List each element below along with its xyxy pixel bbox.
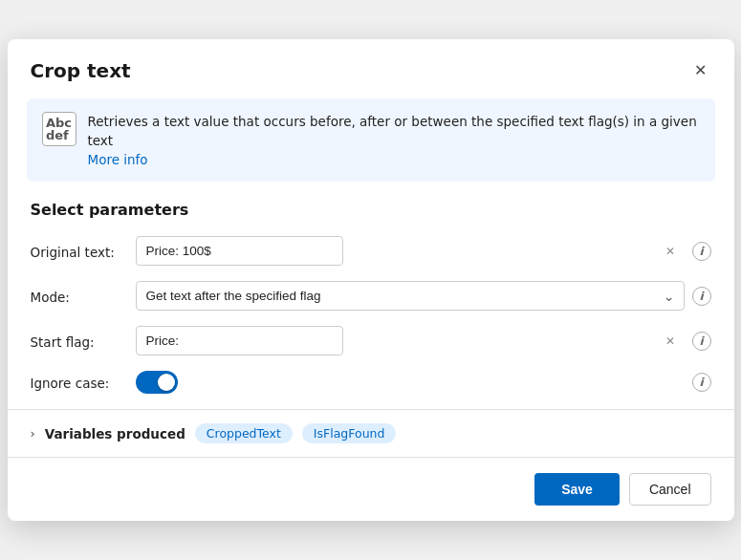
ignore-case-info[interactable]: i — [692, 373, 711, 392]
cancel-button[interactable]: Cancel — [629, 473, 711, 506]
variables-chevron[interactable]: › — [31, 426, 35, 441]
start-flag-label: Start flag: — [31, 333, 136, 350]
original-text-wrapper: ✕ — [136, 236, 685, 266]
tag-cropped-text: CroppedText — [195, 423, 293, 443]
action-icon: Abcdef — [42, 112, 76, 146]
start-flag-row: Start flag: ✕ i — [31, 326, 711, 355]
save-button[interactable]: Save — [534, 473, 620, 506]
dialog-footer: Save Cancel — [8, 458, 734, 521]
params-title: Select parameters — [31, 201, 711, 219]
variables-row: › Variables produced CroppedText IsFlagF… — [8, 410, 734, 457]
ignore-case-label: Ignore case: — [31, 374, 136, 391]
original-text-info[interactable]: i — [692, 242, 711, 261]
tag-is-flag-found: IsFlagFound — [302, 423, 397, 443]
mode-row: Mode: Get text after the specified flag … — [31, 281, 711, 311]
crop-text-dialog: Crop text ✕ Abcdef Retrieves a text valu… — [8, 39, 734, 522]
start-flag-clear[interactable]: ✕ — [664, 334, 677, 348]
info-description: Retrieves a text value that occurs befor… — [88, 112, 700, 151]
mode-select-wrapper: Get text after the specified flag Get te… — [136, 281, 685, 311]
mode-control: Get text after the specified flag Get te… — [136, 281, 711, 311]
original-text-control: ✕ i — [136, 236, 711, 266]
original-text-row: Original text: ✕ i — [31, 236, 711, 266]
ignore-case-toggle[interactable] — [136, 371, 178, 394]
info-banner: Abcdef Retrieves a text value that occur… — [27, 98, 715, 183]
mode-label: Mode: — [31, 288, 136, 305]
start-flag-control: ✕ i — [136, 326, 711, 355]
ignore-case-row: Ignore case: i — [31, 371, 711, 394]
mode-select[interactable]: Get text after the specified flag Get te… — [136, 281, 685, 311]
close-button[interactable]: ✕ — [687, 56, 715, 85]
params-section: Select parameters Original text: ✕ i Mod… — [8, 182, 734, 394]
original-text-input[interactable] — [136, 236, 343, 266]
original-text-label: Original text: — [31, 243, 136, 260]
toggle-thumb — [158, 374, 175, 391]
start-flag-wrapper: ✕ — [136, 326, 685, 355]
dialog-title: Crop text — [31, 59, 131, 82]
mode-info[interactable]: i — [692, 287, 711, 306]
dialog-header: Crop text ✕ — [8, 39, 734, 98]
start-flag-input[interactable] — [136, 326, 343, 355]
ignore-case-control: i — [136, 371, 711, 394]
start-flag-info[interactable]: i — [692, 332, 711, 351]
variables-label: Variables produced — [45, 426, 185, 442]
more-info-link[interactable]: More info — [88, 152, 148, 167]
info-content: Retrieves a text value that occurs befor… — [88, 112, 700, 169]
original-text-clear[interactable]: ✕ — [664, 245, 677, 258]
